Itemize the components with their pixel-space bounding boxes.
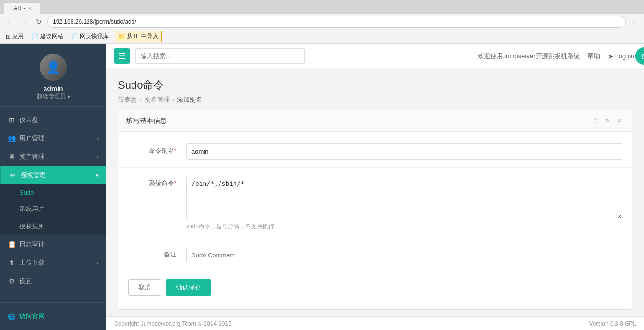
visit-home-label: 访问官网: [19, 312, 44, 321]
form-row-cmd: 系统命令* sudo命令，逗号分隔，不支持换行: [118, 168, 632, 239]
logout-icon: ➤: [608, 52, 614, 60]
app-footer: Copyright Jumpserver.org Team © 2014-201…: [106, 316, 644, 330]
forward-button[interactable]: →: [18, 16, 30, 28]
topbar-right: 欢迎使用Jumpserver开源跳板机系统 帮助 ➤ Log out: [478, 52, 636, 60]
bookmarks-bar: ⊞ 应用 📄 建议网站 📄 网页快讯库 📁 从 IE 中导入: [0, 30, 644, 44]
breadcrumb-sep-1: /: [140, 96, 142, 104]
page-title: Sudo命令: [118, 78, 632, 92]
avatar: 👤: [40, 54, 67, 81]
comment-control: [186, 247, 622, 263]
profile-role-label: 超级管理员: [37, 92, 66, 101]
comment-input[interactable]: [186, 247, 622, 263]
asset-icon: 🖥: [8, 153, 15, 161]
footer-copyright: Copyright Jumpserver.org Team © 2014-201…: [114, 320, 232, 327]
auth-icon: ✏: [9, 171, 17, 179]
sidebar-item-auth-rule[interactable]: 授权规则: [0, 218, 106, 235]
help-link[interactable]: 帮助: [587, 52, 600, 60]
sidebar-item-asset-mgmt[interactable]: 🖥 资产管理 ‹: [0, 148, 106, 166]
form-section-title: 填写基本信息: [126, 117, 167, 125]
breadcrumb-add-alias: 添加别名: [177, 95, 202, 104]
form-row-comment: 备注: [118, 239, 632, 271]
sidebar-item-sudo[interactable]: Sudo: [0, 184, 106, 200]
sidebar-profile: 👤 admin 超级管理员 ▾: [0, 44, 106, 107]
auth-rule-label: 授权规则: [19, 222, 44, 231]
back-button[interactable]: ←: [4, 16, 15, 28]
bookmark-ie-import[interactable]: 📁 从 IE 中导入: [115, 31, 162, 42]
page-icon-2: 📄: [71, 33, 78, 40]
search-input[interactable]: [135, 48, 305, 64]
sidebar-item-log-audit-label: 日志审计: [19, 240, 44, 249]
cmd-label: 系统命令*: [128, 176, 176, 188]
sidebar: 👤 admin 超级管理员 ▾ ⊞ 仪表盘 👥 用户管理 ‹ 🖥 资产管理 ‹: [0, 44, 106, 330]
browser-toolbar: ← → ↻ ☆: [0, 14, 644, 30]
users-icon: 👥: [8, 135, 15, 142]
profile-name: admin: [43, 85, 63, 92]
settings-icon: ⚙: [8, 277, 15, 285]
folder-icon: 📁: [118, 33, 125, 40]
breadcrumb: 仪表盘 / 别名管理 / 添加别名: [118, 95, 632, 104]
bookmark-suggest-label: 建议网站: [40, 32, 63, 41]
sidebar-item-user-mgmt-label: 用户管理: [19, 134, 44, 143]
refresh-button[interactable]: ↻: [33, 16, 44, 28]
save-button[interactable]: 确认保存: [166, 279, 211, 296]
address-bar[interactable]: [47, 16, 626, 28]
sidebar-item-settings[interactable]: ⚙ 设置: [0, 272, 106, 290]
active-tab[interactable]: tAR - ✕: [4, 2, 40, 14]
breadcrumb-dashboard[interactable]: 仪表盘: [118, 95, 137, 104]
sidebar-item-upload-download-label: 上传下载: [19, 258, 44, 267]
form-card-actions: ⇧ ✎ ✕: [591, 116, 624, 125]
sidebar-item-log-audit[interactable]: 📋 日志审计: [0, 235, 106, 254]
gear-icon: ⚙: [641, 52, 644, 61]
asset-mgmt-arrow-icon: ‹: [97, 154, 99, 160]
chevron-down-icon: ▾: [67, 93, 70, 100]
card-close-button[interactable]: ✕: [615, 116, 624, 125]
auth-mgmt-arrow-icon: ▾: [96, 172, 99, 179]
breadcrumb-alias-mgmt[interactable]: 别名管理: [145, 95, 170, 104]
comment-label: 备注: [128, 247, 176, 259]
bookmark-quickbar[interactable]: 📄 网页快讯库: [69, 31, 111, 42]
log-icon: 📋: [8, 240, 15, 248]
sidebar-item-visit-home[interactable]: 🌐 访问官网: [0, 308, 106, 325]
logout-button[interactable]: ➤ Log out: [608, 52, 636, 60]
sidebar-item-system-user[interactable]: 系统用户: [0, 200, 106, 218]
bookmark-suggest[interactable]: 📄 建议网站: [29, 31, 65, 42]
tab-close-icon[interactable]: ✕: [28, 6, 32, 11]
sidebar-item-upload-download[interactable]: ⬆ 上传下载 ‹: [0, 254, 106, 272]
bookmark-star-icon[interactable]: ☆: [629, 16, 640, 28]
bookmark-quickbar-label: 网页快讯库: [80, 32, 109, 41]
cancel-button[interactable]: 取消: [128, 279, 161, 296]
name-required-mark: *: [174, 147, 176, 154]
sidebar-item-auth-mgmt-label: 授权管理: [21, 171, 46, 180]
sidebar-item-settings-label: 设置: [19, 277, 32, 285]
profile-role[interactable]: 超级管理员 ▾: [37, 92, 70, 101]
name-input[interactable]: [186, 143, 622, 160]
page-area: Sudo命令 仪表盘 / 别名管理 / 添加别名 填写基本信息 ⇧ ✎ ✕: [106, 68, 644, 316]
sidebar-nav: ⊞ 仪表盘 👥 用户管理 ‹ 🖥 资产管理 ‹ ✏ 授权管理 ▾ Sudo: [0, 107, 106, 302]
gear-float-button[interactable]: ⚙: [635, 47, 644, 65]
auth-sub-nav: Sudo 系统用户 授权规则: [0, 184, 106, 235]
cmd-control: sudo命令，逗号分隔，不支持换行: [186, 176, 622, 231]
system-user-label: 系统用户: [19, 205, 44, 213]
sidebar-footer: 🌐 访问官网: [0, 302, 106, 330]
form-body: 命令别名* 系统命令* sudo命令，逗号分隔，不支持换行: [118, 132, 632, 309]
card-collapse-button[interactable]: ⇧: [591, 116, 600, 125]
form-row-name: 命令别名*: [118, 135, 632, 168]
sidebar-item-asset-mgmt-label: 资产管理: [19, 152, 44, 161]
sidebar-item-dashboard-label: 仪表盘: [19, 116, 38, 124]
name-control: [186, 143, 622, 160]
sidebar-item-dashboard[interactable]: ⊞ 仪表盘: [0, 111, 106, 129]
card-edit-button[interactable]: ✎: [603, 116, 612, 125]
sidebar-item-auth-mgmt[interactable]: ✏ 授权管理 ▾: [0, 166, 106, 184]
apps-icon: ⊞: [6, 33, 11, 40]
form-card-header: 填写基本信息 ⇧ ✎ ✕: [118, 110, 632, 132]
cmd-textarea[interactable]: [186, 176, 622, 219]
sidebar-item-user-mgmt[interactable]: 👥 用户管理 ‹: [0, 129, 106, 148]
browser-tabs: tAR - ✕: [0, 0, 644, 14]
form-card: 填写基本信息 ⇧ ✎ ✕ 命令别名*: [118, 110, 632, 310]
bookmark-apps-label: 应用: [12, 32, 24, 41]
menu-toggle-button[interactable]: ☰: [114, 48, 130, 64]
footer-version: Version 0.3.0 GPL: [589, 320, 636, 327]
page-header: Sudo命令 仪表盘 / 别名管理 / 添加别名: [118, 78, 632, 104]
name-label: 命令别名*: [128, 143, 176, 155]
bookmark-apps[interactable]: ⊞ 应用: [4, 31, 26, 42]
